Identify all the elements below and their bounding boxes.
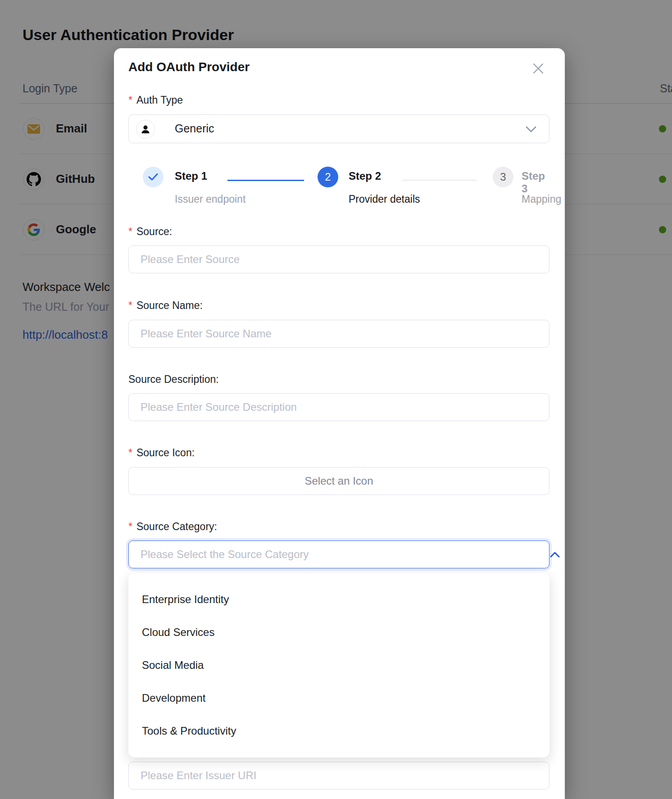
modal-title: Add OAuth Provider <box>128 60 250 74</box>
required-marker: * <box>128 94 132 106</box>
screen: User Authentication Provider Login Type … <box>0 0 672 799</box>
step-connector-active <box>227 180 304 181</box>
step3-label: Step 3 <box>522 170 550 195</box>
source-description-input[interactable] <box>128 393 549 421</box>
source-icon-label: * Source Icon: <box>128 447 195 459</box>
step1-subtitle: Issuer endpoint <box>175 193 245 205</box>
step2-label: Step 2 <box>349 170 381 182</box>
add-oauth-provider-modal: Add OAuth Provider * Auth Type Generic <box>114 48 565 799</box>
step3-subtitle: Mapping <box>522 193 561 205</box>
step-indicator: Step 1 2 Step 2 3 Step 3 Issuer endpoint… <box>128 167 550 212</box>
source-category-select[interactable] <box>128 540 549 568</box>
auth-type-label: * Auth Type <box>128 94 183 106</box>
source-category-label: * Source Category: <box>128 521 217 533</box>
step3-number: 3 <box>493 167 513 187</box>
dropdown-option[interactable]: Enterprise Identity <box>128 583 549 616</box>
source-name-input[interactable] <box>128 320 549 348</box>
select-icon-button[interactable]: Select an Icon <box>128 467 549 495</box>
chevron-up-icon <box>550 551 560 559</box>
dropdown-option[interactable]: Cloud Services <box>128 616 549 649</box>
issuer-uri-input[interactable] <box>128 762 549 790</box>
step2-subtitle: Provider details <box>349 193 420 205</box>
source-name-label: * Source Name: <box>128 300 203 312</box>
step1-label: Step 1 <box>175 170 207 182</box>
step1-check-icon <box>143 167 163 187</box>
auth-type-value: Generic <box>175 122 214 135</box>
source-input[interactable] <box>128 245 549 273</box>
dropdown-option[interactable]: Social Media <box>128 649 549 681</box>
category-dropdown-menu: Enterprise Identity Cloud Services Socia… <box>128 573 549 758</box>
dropdown-option[interactable]: Development <box>128 681 549 714</box>
step-connector <box>402 180 477 181</box>
step2-number: 2 <box>318 167 338 187</box>
source-description-label: Source Description: <box>128 373 219 386</box>
close-icon[interactable] <box>531 61 546 76</box>
generic-user-icon <box>136 120 155 139</box>
source-label: * Source: <box>128 226 172 238</box>
chevron-down-icon <box>526 126 536 135</box>
dropdown-option[interactable]: Tools & Productivity <box>128 714 549 747</box>
auth-type-select[interactable]: Generic <box>128 114 549 143</box>
